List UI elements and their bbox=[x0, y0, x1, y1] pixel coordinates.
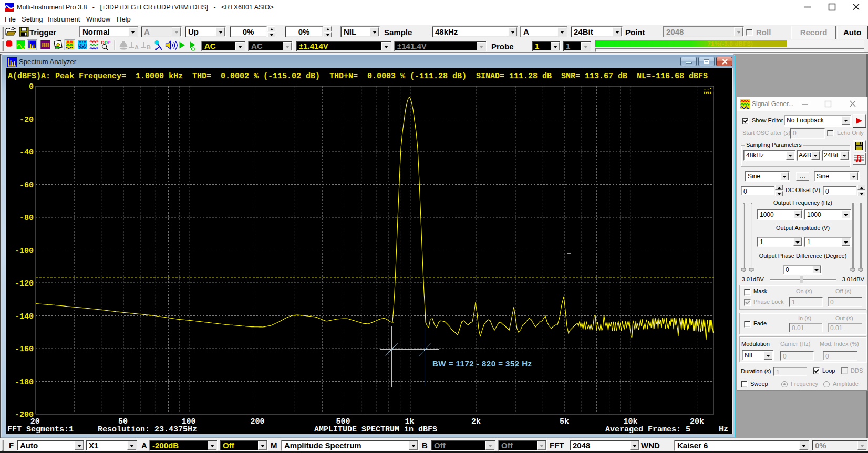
svg-text:5k: 5k bbox=[560, 417, 569, 426]
svg-text:-160: -160 bbox=[15, 345, 34, 354]
svg-text:FFT Segments:1: FFT Segments:1 bbox=[7, 425, 74, 434]
svg-text:-40: -40 bbox=[19, 148, 34, 157]
svg-text:-120: -120 bbox=[15, 279, 34, 288]
svg-text:Hz: Hz bbox=[719, 425, 728, 434]
svg-text:BW = 1172 - 820 = 352 Hz: BW = 1172 - 820 = 352 Hz bbox=[432, 359, 532, 368]
svg-text:-60: -60 bbox=[19, 181, 34, 190]
svg-text:AMPLITUDE SPECTRUM in dBFS: AMPLITUDE SPECTRUM in dBFS bbox=[314, 425, 437, 434]
svg-text:A(dBFS)A: Peak Frequency= 1.0: A(dBFS)A: Peak Frequency= 1.0000 kHz THD… bbox=[8, 72, 708, 81]
svg-text:888: 888 bbox=[42, 41, 50, 49]
svg-text:200: 200 bbox=[250, 417, 264, 426]
svg-text:DUT: DUT bbox=[78, 43, 88, 48]
svg-text:B: B bbox=[147, 44, 151, 50]
svg-text:-180: -180 bbox=[15, 378, 34, 387]
svg-text:DDP: DDP bbox=[101, 40, 111, 45]
svg-text:-20: -20 bbox=[19, 115, 34, 124]
svg-text:A: A bbox=[135, 44, 139, 50]
svg-text:-140: -140 bbox=[15, 312, 34, 321]
svg-text:2k: 2k bbox=[471, 417, 481, 426]
svg-text:20k: 20k bbox=[690, 417, 704, 426]
svg-text:Resolution: 23.4375Hz: Resolution: 23.4375Hz bbox=[98, 425, 197, 434]
svg-text:Mi: Mi bbox=[704, 87, 712, 96]
svg-text:Averaged Frames: 5: Averaged Frames: 5 bbox=[605, 425, 690, 434]
svg-text:0: 0 bbox=[29, 82, 34, 91]
svg-text:-80: -80 bbox=[19, 214, 34, 223]
svg-text:-100: -100 bbox=[15, 247, 34, 256]
